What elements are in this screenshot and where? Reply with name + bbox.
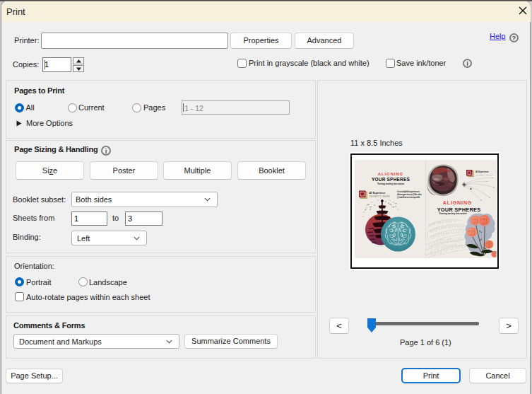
svg-text:UNIVERSITY CENTER: UNIVERSITY CENTER [475, 174, 492, 175]
svg-text:4D Experience: 4D Experience [475, 170, 489, 173]
svg-text:Turning anxiety into action: Turning anxiety into action [439, 212, 466, 215]
svg-text:YOUR SPHERES: YOUR SPHERES [437, 207, 481, 213]
svg-text:turning anxiety into: turning anxiety into [427, 228, 429, 241]
svg-text:ALIGNING: ALIGNING [378, 172, 404, 176]
svg-text:YOUR SPHERES: YOUR SPHERES [372, 177, 410, 182]
svg-text:Turning anxiety into action: Turning anxiety into action [377, 182, 404, 185]
svg-text:ALIGNING: ALIGNING [443, 200, 472, 205]
svg-text:@uwillneverseequalik: @uwillneverseequalik [397, 196, 420, 199]
svg-text:4D Experience: 4D Experience [370, 192, 386, 195]
svg-text:UNIVERSITY CENTER: UNIVERSITY CENTER [370, 195, 390, 198]
